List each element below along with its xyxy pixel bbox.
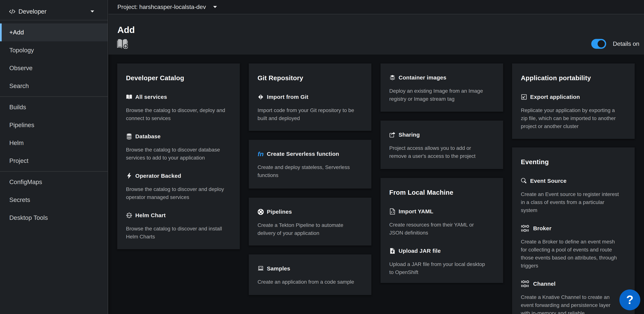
svg-text:HELM: HELM <box>127 214 131 216</box>
